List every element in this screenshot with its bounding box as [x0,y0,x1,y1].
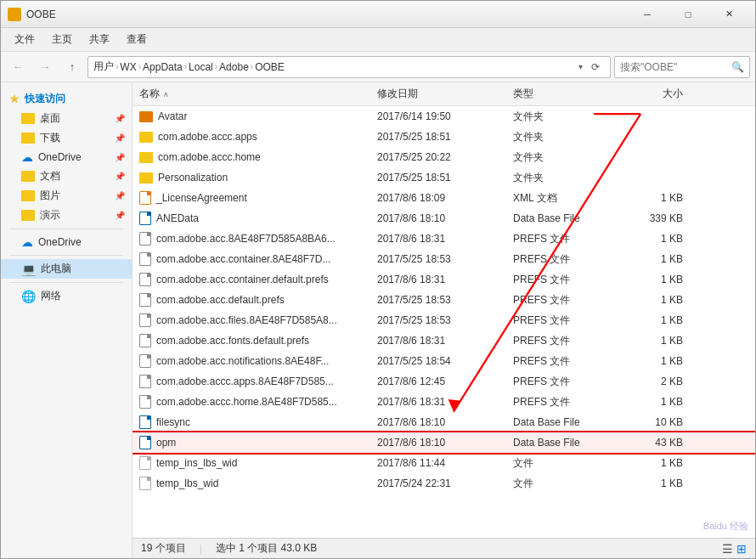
data-file-icon [139,415,151,429]
file-size: 1 KB [623,233,691,245]
file-date: 2017/8/6 11:44 [377,457,513,469]
file-icon [139,456,151,470]
file-date: 2017/5/25 18:53 [377,314,513,326]
table-row[interactable]: com.adobe.accc.apps.8AE48F7D585... 2017/… [133,371,755,392]
table-row[interactable]: Personalization 2017/5/25 18:51 文件夹 [133,167,755,188]
file-date: 2017/5/25 18:53 [377,294,513,306]
close-button[interactable]: ✕ [709,2,748,27]
table-row[interactable]: com.adobe.accc.home 2017/5/25 20:22 文件夹 [133,147,755,167]
file-name: Personalization [158,172,228,184]
file-size: 1 KB [623,477,691,489]
sidebar-item-onedrive[interactable]: ☁ OneDrive [1,233,132,251]
sort-arrow: ∧ [163,90,169,99]
col-header-date[interactable]: 修改日期 [377,87,513,101]
search-box[interactable]: 🔍 [614,56,750,78]
file-size: 1 KB [623,396,691,408]
table-row[interactable]: opm 2017/8/6 18:10 Data Base File 43 KB [133,432,755,453]
file-date: 2017/8/6 18:31 [377,335,513,347]
address-dropdown-icon[interactable]: ▾ [578,62,583,71]
refresh-button[interactable]: ⟳ [586,58,605,76]
file-name: com.adobe.acc.8AE48F7D585A8BA6... [156,233,336,245]
title-bar-controls: ─ □ ✕ [628,2,748,27]
network-icon: 🌐 [21,290,36,303]
table-row[interactable]: com.adobe.acc.container.default.prefs 20… [133,269,755,290]
file-date: 2017/8/6 18:10 [377,437,513,449]
table-row[interactable]: com.adobe.accc.home.8AE48F7D585... 2017/… [133,392,755,412]
file-type: 文件夹 [513,150,623,165]
file-name-cell: com.adobe.accc.home [139,151,377,163]
file-name: opm [156,437,176,449]
sidebar-separator2 [9,255,123,256]
forward-button[interactable]: → [33,56,57,78]
file-date: 2017/8/6 18:09 [377,192,513,204]
column-headers: 名称 ∧ 修改日期 类型 大小 [133,82,755,106]
sidebar-item-downloads[interactable]: 下载 📌 [1,128,132,148]
table-row[interactable]: temp_lbs_wid 2017/5/24 22:31 文件 1 KB [133,473,755,494]
sidebar-item-desktop[interactable]: 桌面 📌 [1,109,132,128]
table-row[interactable]: filesync 2017/8/6 18:10 Data Base File 1… [133,412,755,432]
sidebar-item-network[interactable]: 🌐 网络 [1,286,132,306]
menu-view[interactable]: 查看 [118,29,155,50]
file-name: com.adobe.accc.apps.8AE48F7D585... [156,375,334,387]
table-row[interactable]: com.adobe.acc.notifications.8AE48F... 20… [133,351,755,371]
list-view-icon[interactable]: ☰ [722,542,733,556]
table-row[interactable]: Avatar 2017/6/14 19:50 文件夹 [133,106,755,127]
sidebar-label-onedrive: OneDrive [38,236,82,248]
file-date: 2017/8/6 12:45 [377,375,513,387]
detail-view-icon[interactable]: ⊞ [736,542,747,556]
sidebar-item-thispc[interactable]: 💻 此电脑 [1,259,132,279]
file-list: Avatar 2017/6/14 19:50 文件夹 com.adobe.acc… [133,106,755,538]
view-controls: ☰ ⊞ [722,542,747,556]
up-button[interactable]: ↑ [60,56,84,78]
menu-share[interactable]: 共享 [81,29,118,50]
col-header-type[interactable]: 类型 [513,87,623,101]
table-row[interactable]: com.adobe.accc.apps 2017/5/25 18:51 文件夹 [133,127,755,147]
file-size: 1 KB [623,294,691,306]
folder-icon [139,152,153,163]
status-total: 19 个项目 [141,541,186,556]
file-name: temp_ins_lbs_wid [156,457,237,469]
col-header-name[interactable]: 名称 ∧ [139,87,377,101]
table-row[interactable]: com.adobe.acc.container.8AE48F7D... 2017… [133,249,755,269]
col-header-size[interactable]: 大小 [623,87,691,101]
file-name: temp_lbs_wid [156,477,218,489]
sidebar-item-onedrive-quick[interactable]: ☁ OneDrive 📌 [1,148,132,167]
file-name: ANEData [156,212,199,224]
sidebar-label-downloads: 下载 [40,131,60,145]
address-bar[interactable]: 用户 › WX › AppData › Local › Adobe › OOBE… [87,56,611,78]
quick-access-header[interactable]: ★ 快速访问 [1,89,132,109]
folder-icon [139,111,153,122]
file-type: PREFS 文件 [513,334,623,348]
file-type: Data Base File [513,212,623,224]
file-size: 1 KB [623,274,691,285]
menu-file[interactable]: 文件 [6,29,43,50]
file-name: _LicenseAgreement [156,192,247,204]
file-type: PREFS 文件 [513,293,623,308]
file-name: com.adobe.acc.fonts.default.prefs [156,335,309,347]
table-row[interactable]: com.adobe.acc.files.8AE48F7D585A8... 201… [133,310,755,330]
minimize-button[interactable]: ─ [628,2,667,27]
table-row[interactable]: ANEData 2017/8/6 18:10 Data Base File 33… [133,208,755,229]
maximize-button[interactable]: □ [669,2,708,27]
file-type: PREFS 文件 [513,273,623,287]
search-icon[interactable]: 🔍 [731,61,744,73]
sidebar-item-docs[interactable]: 文档 📌 [1,167,132,186]
file-name-cell: com.adobe.acc.8AE48F7D585A8BA6... [139,232,377,246]
table-row[interactable]: temp_ins_lbs_wid 2017/8/6 11:44 文件 1 KB [133,453,755,473]
table-row[interactable]: com.adobe.acc.fonts.default.prefs 2017/8… [133,330,755,351]
file-type: PREFS 文件 [513,375,623,389]
table-row[interactable]: com.adobe.acc.default.prefs 2017/5/25 18… [133,290,755,310]
prefs-file-icon [139,334,151,347]
file-icon [139,477,151,490]
sidebar-item-pictures[interactable]: 图片 📌 [1,186,132,206]
search-input[interactable] [620,61,728,73]
sidebar-item-demo[interactable]: 演示 📌 [1,206,132,225]
title-bar: OOBE ─ □ ✕ [1,1,755,28]
prefs-file-icon [139,232,151,246]
back-button[interactable]: ← [6,56,30,78]
prefs-file-icon [139,313,151,327]
table-row[interactable]: com.adobe.acc.8AE48F7D585A8BA6... 2017/8… [133,229,755,249]
menu-home[interactable]: 主页 [43,29,81,50]
file-type: PREFS 文件 [513,395,623,409]
table-row[interactable]: _LicenseAgreement 2017/8/6 18:09 XML 文档 … [133,188,755,208]
